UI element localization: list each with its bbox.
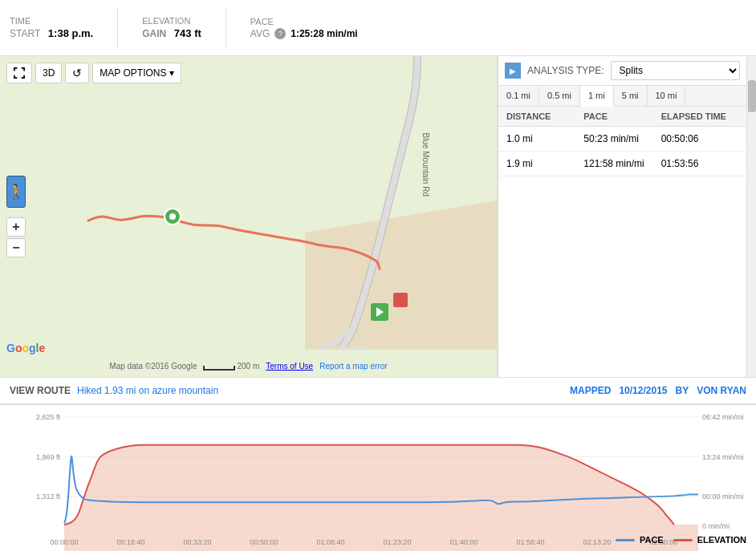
pace-legend-label: PACE (640, 535, 664, 545)
row1-pace: 50:23 min/mi (583, 133, 660, 144)
elevation-legend: ELEVATION (673, 535, 746, 545)
svg-text:00:33:20: 00:33:20 (183, 538, 211, 546)
elevation-legend-line (673, 539, 693, 541)
by-label: BY (676, 385, 689, 396)
gain-row: GAIN 743 ft (142, 27, 201, 39)
pace-section: PACE AVG ? 1:25:28 min/mi (250, 17, 358, 39)
avg-label: AVG (250, 28, 270, 39)
svg-text:01:23:20: 01:23:20 (383, 538, 411, 546)
mapped-date: 10/12/2015 (619, 385, 667, 396)
tab-1mi[interactable]: 1 mi (580, 86, 614, 107)
mapped-info: MAPPED 10/12/2015 BY VON RYAN (570, 385, 746, 396)
svg-text:00:00:00: 00:00:00 (50, 538, 78, 546)
pace-legend: PACE (616, 535, 664, 545)
svg-text:00:00 min/mi: 00:00 min/mi (702, 492, 743, 500)
tab-05mi[interactable]: 0.5 mi (539, 86, 580, 106)
avg-row: AVG ? 1:25:28 min/mi (250, 28, 358, 39)
svg-text:00:50:00: 00:50:00 (250, 538, 278, 546)
col-pace: PACE (583, 111, 660, 121)
col-elapsed: ELAPSED TIME (661, 111, 738, 121)
splits-table-header: DISTANCE PACE ELAPSED TIME (498, 107, 746, 127)
panel-scrollbar[interactable] (746, 56, 756, 377)
svg-rect-3 (393, 293, 408, 307)
svg-text:13:24 min/mi: 13:24 min/mi (702, 453, 743, 461)
tab-01mi[interactable]: 0.1 mi (498, 86, 539, 106)
time-label: TIME (10, 16, 93, 26)
elevation-label: ELEVATION (142, 16, 201, 26)
map-copyright: Map data ©2016 Google (109, 362, 197, 371)
top-bar: TIME START 1:38 p.m. ELEVATION GAIN 743 … (0, 0, 756, 56)
map-options-button[interactable]: MAP OPTIONS ▾ (92, 63, 181, 83)
row2-elapsed: 01:53:56 (661, 158, 738, 169)
splits-row: 1.0 mi 50:23 min/mi 00:50:06 (498, 127, 746, 152)
map-toolbar: 3D ↺ MAP OPTIONS ▾ (6, 63, 181, 83)
chart-area: 00:00:00 00:16:40 00:33:20 00:50:00 01:0… (0, 404, 756, 551)
svg-text:1,969 ft: 1,969 ft (36, 453, 61, 461)
svg-text:00:16:40: 00:16:40 (116, 538, 144, 546)
svg-text:2,625 ft: 2,625 ft (36, 413, 61, 421)
author-link[interactable]: VON RYAN (697, 385, 746, 396)
route-name-link[interactable]: Hiked 1.93 mi on azure mountain (77, 385, 218, 396)
google-logo: Google (6, 342, 45, 355)
pegman-control[interactable]: 🚶 (6, 176, 26, 208)
map-controls: 🚶 + − (6, 176, 26, 257)
svg-marker-0 (305, 201, 497, 350)
gain-label: GAIN (142, 28, 166, 39)
elevation-legend-label: ELEVATION (697, 535, 746, 545)
svg-text:06:42 min/mi: 06:42 min/mi (702, 413, 743, 421)
analysis-type-label: ANALYSIS TYPE: (527, 65, 604, 76)
svg-point-2 (169, 213, 176, 220)
chart-svg: 00:00:00 00:16:40 00:33:20 00:50:00 01:0… (0, 405, 756, 551)
rotate-button[interactable]: ↺ (65, 63, 89, 83)
tab-10mi[interactable]: 10 mi (648, 86, 686, 106)
pace-legend-line (616, 539, 635, 541)
svg-text:01:56:40: 01:56:40 (516, 538, 544, 546)
help-icon[interactable]: ? (274, 28, 286, 39)
road-label: Blue Mountain Rd (421, 133, 430, 197)
map-canvas[interactable]: Blue Mountain Rd 🚶 + − Google Map data ©… (0, 56, 497, 377)
svg-text:01:06:40: 01:06:40 (316, 538, 344, 546)
route-footer: VIEW ROUTE Hiked 1.93 mi on azure mounta… (0, 377, 756, 404)
mapped-label: MAPPED (570, 385, 611, 396)
time-section: TIME START 1:38 p.m. (10, 16, 93, 39)
row2-pace: 121:58 min/mi (583, 158, 660, 169)
divider-2 (226, 8, 226, 48)
svg-text:1,312 ft: 1,312 ft (36, 492, 61, 500)
row2-distance: 1.9 mi (506, 158, 583, 169)
zoom-in-button[interactable]: + (6, 217, 26, 237)
map-container: Blue Mountain Rd 🚶 + − Google Map data ©… (0, 56, 498, 377)
report-link[interactable]: Report a map error (319, 362, 387, 371)
view-route-label: VIEW ROUTE (10, 385, 71, 396)
map-footer: Map data ©2016 Google 200 m Terms of Use… (0, 362, 497, 371)
col-distance: DISTANCE (506, 111, 583, 121)
splits-table: 1.0 mi 50:23 min/mi 00:50:06 1.9 mi 121:… (498, 127, 746, 377)
start-value: 1:38 p.m. (48, 27, 93, 39)
avg-value: 1:25:28 min/mi (291, 28, 357, 39)
row1-elapsed: 00:50:06 (661, 133, 738, 144)
svg-text:02:13:20: 02:13:20 (583, 538, 611, 546)
main-area: Blue Mountain Rd 🚶 + − Google Map data ©… (0, 56, 756, 377)
start-label: START (10, 28, 40, 39)
gain-value: 743 ft (174, 27, 201, 39)
start-row: START 1:38 p.m. (10, 27, 93, 39)
analysis-panel: ANALYSIS TYPE: Splits 0.1 mi 0.5 mi 1 mi… (498, 56, 746, 377)
svg-text:01:40:00: 01:40:00 (449, 538, 478, 546)
analysis-arrow[interactable] (505, 63, 521, 79)
threed-button[interactable]: 3D (35, 63, 62, 83)
chart-legend: PACE ELEVATION (616, 535, 746, 545)
terms-link[interactable]: Terms of Use (266, 362, 313, 371)
elevation-section: ELEVATION GAIN 743 ft (142, 16, 201, 39)
row1-distance: 1.0 mi (506, 133, 583, 144)
scale-bar: 200 m (203, 362, 259, 371)
analysis-header: ANALYSIS TYPE: Splits (498, 56, 746, 86)
zoom-out-button[interactable]: − (6, 238, 26, 257)
pace-label: PACE (250, 17, 358, 26)
analysis-type-select[interactable]: Splits (611, 61, 740, 80)
divider-1 (117, 8, 118, 48)
scroll-thumb[interactable] (748, 80, 756, 112)
tab-5mi[interactable]: 5 mi (614, 86, 648, 106)
analysis-with-scroll: ANALYSIS TYPE: Splits 0.1 mi 0.5 mi 1 mi… (498, 56, 756, 377)
svg-text:0 min/mi: 0 min/mi (702, 522, 730, 530)
fullscreen-button[interactable] (6, 63, 32, 83)
splits-row: 1.9 mi 121:58 min/mi 01:53:56 (498, 152, 746, 176)
